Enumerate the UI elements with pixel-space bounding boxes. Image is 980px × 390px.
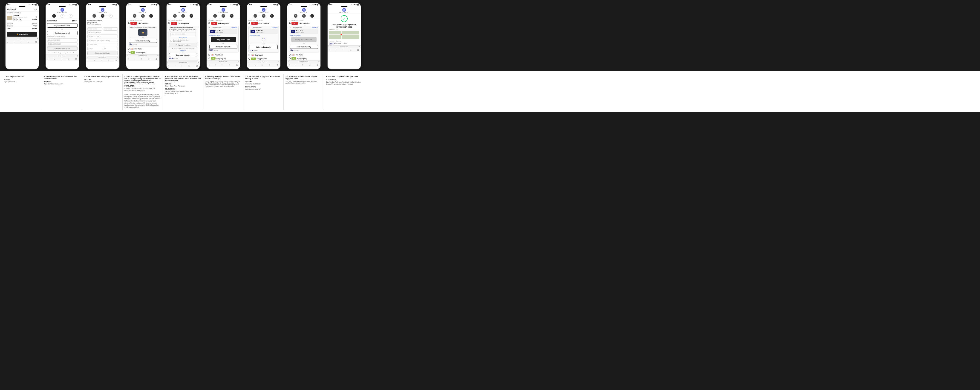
shopping-pay-radio-6[interactable] <box>208 57 210 59</box>
zip-field-3[interactable]: ZIP <box>103 47 118 50</box>
enter-card-btn-7[interactable]: Enter card manually <box>250 45 278 49</box>
refresh-icon-7[interactable]: ↺ <box>278 61 279 62</box>
forward-btn-5[interactable]: › <box>175 65 175 67</box>
card-payment-radio-4[interactable] <box>128 22 129 24</box>
share-btn-7[interactable]: ↑ <box>262 64 263 66</box>
share-btn-1[interactable]: ↑ <box>20 41 21 43</box>
address2-field-3[interactable]: ADDRESS LINE 2 (OPTIONAL) <box>88 39 118 42</box>
forward-btn-3[interactable]: › <box>94 59 95 61</box>
tabs-btn-3[interactable]: ⊞ <box>116 59 117 61</box>
tabs-btn-4[interactable]: ⊞ <box>156 58 158 60</box>
home-icon-4[interactable]: ⌂ <box>127 55 128 56</box>
guest-button-2[interactable]: Continue as a guest <box>47 46 78 51</box>
pay-wallet-radio-8[interactable] <box>289 54 291 56</box>
enter-card-btn-4[interactable]: Enter card manually <box>129 39 157 43</box>
home-icon-1[interactable]: ⌂ <box>6 38 7 40</box>
tabs-btn-8[interactable]: ⊞ <box>317 64 319 66</box>
home-icon-6[interactable]: ⌂ <box>208 61 208 62</box>
enter-card-btn-8[interactable]: Enter card manually <box>290 45 318 49</box>
tabs-btn-7[interactable]: ⊞ <box>277 64 278 66</box>
shopping-pay-radio-8[interactable] <box>289 57 291 59</box>
refresh-icon-9[interactable]: ↺ <box>359 46 360 48</box>
switch-id-link-6[interactable]: Switch ID <box>231 27 237 28</box>
share-btn-6[interactable]: ↑ <box>221 64 223 66</box>
bookmark-btn-4[interactable]: ☆ <box>148 58 150 60</box>
home-icon-3[interactable]: ⌂ <box>87 56 88 58</box>
switch-id-link-8[interactable]: Switch ID <box>312 27 318 28</box>
mobile-field-3[interactable]: MOBILE NUMBER <box>88 31 118 35</box>
qty-decrease[interactable]: − <box>13 18 17 21</box>
share-btn-8[interactable]: ↑ <box>302 64 303 66</box>
remove-icon[interactable]: 🗑 <box>35 16 37 18</box>
refresh-icon-5[interactable]: ↺ <box>197 62 199 63</box>
bookmark-btn-3[interactable]: ☆ <box>108 59 110 61</box>
back-btn-3[interactable]: ‹ <box>88 59 89 61</box>
refresh-icon-8[interactable]: ↺ <box>318 61 320 62</box>
card-radio-8[interactable] <box>289 22 291 24</box>
back-btn-5[interactable]: ‹ <box>169 65 169 67</box>
back-btn-2[interactable]: ‹ <box>48 58 48 60</box>
enter-card-btn-5[interactable]: Enter card manually <box>169 53 197 57</box>
share-btn-9[interactable]: ↑ <box>342 49 344 51</box>
refresh-icon-4[interactable]: ↺ <box>158 55 159 56</box>
checkout-button-1[interactable]: 🔒 Checkout <box>7 32 37 37</box>
verify-btn-5[interactable]: Verify and continue <box>169 43 197 47</box>
guest-button[interactable]: Continue as a guest <box>47 31 78 35</box>
first-name-field[interactable]: FIRST NAME <box>88 27 102 30</box>
resend-link-5[interactable]: Resend code <box>169 37 197 39</box>
back-btn-8[interactable]: ‹ <box>289 64 290 66</box>
show-more-link-6[interactable]: Show more cards <box>209 34 237 37</box>
shopping-pay-radio-4[interactable] <box>128 51 129 53</box>
show-more-link-8[interactable]: Show more cards <box>290 34 318 37</box>
back-btn-6[interactable]: ‹ <box>208 64 209 66</box>
city-field-3[interactable]: CITY/TOWN <box>88 43 118 46</box>
card-radio-6[interactable] <box>208 22 210 24</box>
back-btn-7[interactable]: ‹ <box>249 64 250 66</box>
tabs-btn-9[interactable]: ⊞ <box>357 49 359 51</box>
bookmark-btn-5[interactable]: ☆ <box>188 65 190 67</box>
address1-field-3[interactable]: ADDRESS LINE 1 <box>88 35 118 38</box>
bookmark-btn-1[interactable]: ☆ <box>27 41 29 43</box>
forward-btn-8[interactable]: › <box>296 64 296 66</box>
home-icon-2[interactable]: ⌂ <box>47 55 48 57</box>
bookmark-btn-7[interactable]: ☆ <box>269 64 270 66</box>
pay-wallet-radio-4[interactable] <box>128 48 129 50</box>
back-btn-1[interactable]: ‹ <box>7 41 8 43</box>
faq-chevron-2[interactable]: › <box>77 52 78 54</box>
share-btn-2[interactable]: ↑ <box>60 58 62 60</box>
email-field-2[interactable]: EMAIL ADDRESS <box>47 38 78 42</box>
bookmark-btn-8[interactable]: ☆ <box>309 64 311 66</box>
share-btn-5[interactable]: ↑ <box>181 65 183 67</box>
skip-checkbox-5[interactable] <box>170 40 172 41</box>
refresh-icon-3[interactable]: ↺ <box>117 56 118 58</box>
last-name-field[interactable]: LAST NAME <box>103 27 118 30</box>
refresh-icon-1[interactable]: ↺ <box>37 38 38 40</box>
share-btn-3[interactable]: ↑ <box>101 59 102 61</box>
qty-increase[interactable]: + <box>19 18 22 21</box>
forward-btn-9[interactable]: › <box>336 49 337 51</box>
back-btn-9[interactable]: ‹ <box>329 49 330 51</box>
otp-field-5[interactable]: ENTER CODE HERE <box>170 32 196 36</box>
state-field-3[interactable]: STATE <box>88 47 102 50</box>
forward-btn-4[interactable]: › <box>135 58 135 60</box>
save-continue-btn-3[interactable]: Save and continue <box>88 51 118 55</box>
back-btn-4[interactable]: ‹ <box>128 58 129 60</box>
bookmark-btn-2[interactable]: ☆ <box>67 58 69 60</box>
pay-wallet-radio-6[interactable] <box>208 54 210 56</box>
home-icon-7[interactable]: ⌂ <box>248 61 249 62</box>
pay-wallet-radio-7[interactable] <box>248 54 250 56</box>
forward-btn-1[interactable]: › <box>14 41 14 43</box>
tabs-btn-2[interactable]: ⊞ <box>75 58 77 60</box>
login-button[interactable]: Log in to my account <box>47 23 78 28</box>
shopping-pay-radio-7[interactable] <box>248 58 250 60</box>
home-icon-9[interactable]: ⌂ <box>329 46 329 48</box>
refresh-icon-6[interactable]: ↺ <box>238 61 239 62</box>
card-radio-5[interactable] <box>168 22 170 24</box>
enter-card-btn-6[interactable]: Enter card manually <box>209 45 237 49</box>
card-radio-7[interactable] <box>248 22 250 24</box>
forward-btn-2[interactable]: › <box>54 58 55 60</box>
bookmark-btn-9[interactable]: ☆ <box>349 49 351 51</box>
home-icon-8[interactable]: ⌂ <box>288 61 289 62</box>
forward-btn-6[interactable]: › <box>215 64 216 66</box>
show-more-link-7[interactable]: Show more cards <box>250 34 278 37</box>
